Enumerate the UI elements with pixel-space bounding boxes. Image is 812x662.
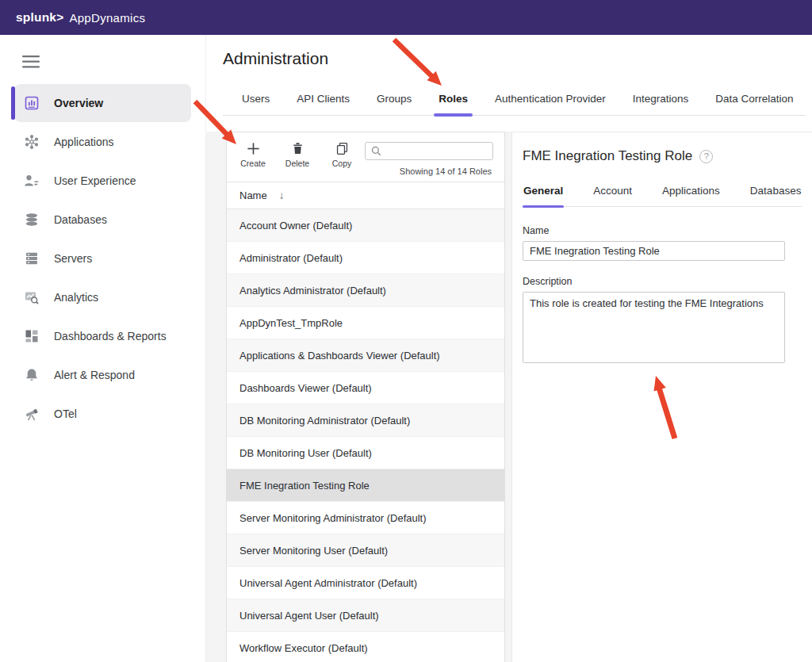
dashboards-icon <box>23 328 40 344</box>
tab-users[interactable]: Users <box>240 93 271 115</box>
create-button[interactable]: Create <box>236 140 270 168</box>
table-row[interactable]: Server Monitoring User (Default) <box>227 534 504 567</box>
table-row[interactable]: Universal Agent User (Default) <box>227 599 504 632</box>
tab-data-correlation[interactable]: Data Correlation <box>714 93 795 115</box>
main-content: Administration UsersAPI ClientsGroupsRol… <box>206 35 812 662</box>
table-row[interactable]: DB Monitoring User (Default) <box>227 437 504 469</box>
detail-tab-applications[interactable]: Applications <box>661 185 721 206</box>
role-description-textarea[interactable]: This role is created for testing the FME… <box>523 292 785 363</box>
sidebar-item-analytics[interactable]: Analytics <box>14 278 191 316</box>
create-button-label: Create <box>240 159 266 168</box>
detail-tabs: GeneralAccountApplicationsDatabases <box>523 185 802 207</box>
page-title: Administration <box>223 49 328 68</box>
table-row[interactable]: Universal Agent Administrator (Default) <box>227 567 504 599</box>
otel-icon <box>23 406 40 422</box>
sidebar-item-label: User Experience <box>54 174 136 187</box>
table-row[interactable]: Account Owner (Default) <box>227 209 504 242</box>
databases-icon <box>23 212 40 228</box>
table-row[interactable]: Applications & Dashboards Viewer (Defaul… <box>227 339 504 372</box>
copy-button-label: Copy <box>332 159 352 168</box>
showing-count-text: Showing 14 of 14 Roles <box>400 166 492 176</box>
table-row[interactable]: Dashboards Viewer (Default) <box>227 372 504 404</box>
sort-descending-icon[interactable]: ↓ <box>279 189 285 201</box>
sidebar-item-databases[interactable]: Databases <box>14 201 191 239</box>
tab-groups[interactable]: Groups <box>375 93 413 115</box>
help-icon[interactable]: ? <box>699 150 713 163</box>
servers-icon <box>23 251 40 266</box>
table-row[interactable]: AppDynTest_TmpRole <box>227 307 504 339</box>
table-row[interactable]: Analytics Administrator (Default) <box>227 274 504 307</box>
sidebar-item-overview[interactable]: Overview <box>14 84 191 122</box>
alert-icon <box>23 367 40 383</box>
sidebar-item-label: OTel <box>54 408 77 420</box>
sidebar-item-servers[interactable]: Servers <box>14 239 191 277</box>
sidebar-item-label: Dashboards & Reports <box>54 330 167 342</box>
search-input[interactable] <box>386 146 505 157</box>
role-name-input[interactable] <box>523 241 785 261</box>
description-field-label: Description <box>523 276 802 287</box>
sidebar-item-alert-respond[interactable]: Alert & Respond <box>14 356 191 394</box>
sidebar-item-label: Servers <box>54 252 92 265</box>
role-title: FME Inegration Testing Role <box>523 148 692 164</box>
sidebar-item-label: Analytics <box>54 291 98 304</box>
sidebar-item-user-experience[interactable]: User Experience <box>14 162 191 200</box>
detail-tab-databases[interactable]: Databases <box>749 185 802 206</box>
name-field-label: Name <box>523 225 802 236</box>
hamburger-menu-icon[interactable] <box>22 54 40 70</box>
detail-tab-account[interactable]: Account <box>592 185 633 206</box>
analytics-icon <box>23 289 40 305</box>
copy-icon <box>335 140 349 157</box>
roles-list: Account Owner (Default)Administrator (De… <box>227 209 504 662</box>
name-column-header[interactable]: Name ↓ <box>227 182 504 209</box>
user-experience-icon <box>23 173 40 189</box>
roles-list-panel: Create Delete Copy <box>226 132 505 662</box>
sidebar-item-label: Alert & Respond <box>54 369 135 381</box>
table-row[interactable]: Administrator (Default) <box>227 242 504 274</box>
role-detail-panel: FME Inegration Testing Role ? GeneralAcc… <box>511 132 812 662</box>
splunk-logo: splunk> <box>16 10 63 25</box>
sidebar-item-label: Databases <box>54 213 107 226</box>
name-column-label: Name <box>239 189 267 201</box>
tab-integrations[interactable]: Integrations <box>631 93 691 115</box>
table-row[interactable]: Workflow Executor (Default) <box>227 632 504 662</box>
copy-button[interactable]: Copy <box>325 140 358 168</box>
sidebar-item-dashboards-reports[interactable]: Dashboards & Reports <box>14 317 191 355</box>
table-row[interactable]: FME Inegration Testing Role <box>227 469 504 502</box>
tab-authentication-provider[interactable]: Authentication Provider <box>493 93 607 115</box>
tab-api-clients[interactable]: API Clients <box>295 93 351 115</box>
product-name: AppDynamics <box>69 11 145 25</box>
table-row[interactable]: DB Monitoring Administrator (Default) <box>227 404 504 437</box>
sidebar: OverviewApplicationsUser ExperienceDatab… <box>0 35 206 662</box>
roles-search-box <box>365 142 493 160</box>
sidebar-item-label: Overview <box>54 97 103 109</box>
search-icon <box>370 145 382 157</box>
tab-roles[interactable]: Roles <box>437 93 469 115</box>
topbar: splunk> AppDynamics <box>0 0 812 35</box>
roles-toolbar: Create Delete Copy <box>227 132 504 182</box>
plus-icon <box>246 140 261 157</box>
sidebar-item-label: Applications <box>54 136 114 148</box>
applications-icon <box>23 134 40 150</box>
detail-tab-general[interactable]: General <box>523 185 564 206</box>
delete-button-label: Delete <box>285 159 309 168</box>
toolbar-buttons: Create Delete Copy <box>236 140 358 168</box>
overview-icon <box>23 95 40 111</box>
admin-header: Administration UsersAPI ClientsGroupsRol… <box>206 35 812 132</box>
delete-button[interactable]: Delete <box>281 140 314 168</box>
sidebar-items: OverviewApplicationsUser ExperienceDatab… <box>0 84 205 433</box>
trash-icon <box>291 140 304 157</box>
table-row[interactable]: Server Monitoring Administrator (Default… <box>227 502 504 534</box>
sidebar-item-applications[interactable]: Applications <box>14 123 191 161</box>
detail-title-row: FME Inegration Testing Role ? <box>523 148 802 164</box>
sidebar-item-otel[interactable]: OTel <box>14 395 191 433</box>
main-tabs: UsersAPI ClientsGroupsRolesAuthenticatio… <box>223 93 806 116</box>
